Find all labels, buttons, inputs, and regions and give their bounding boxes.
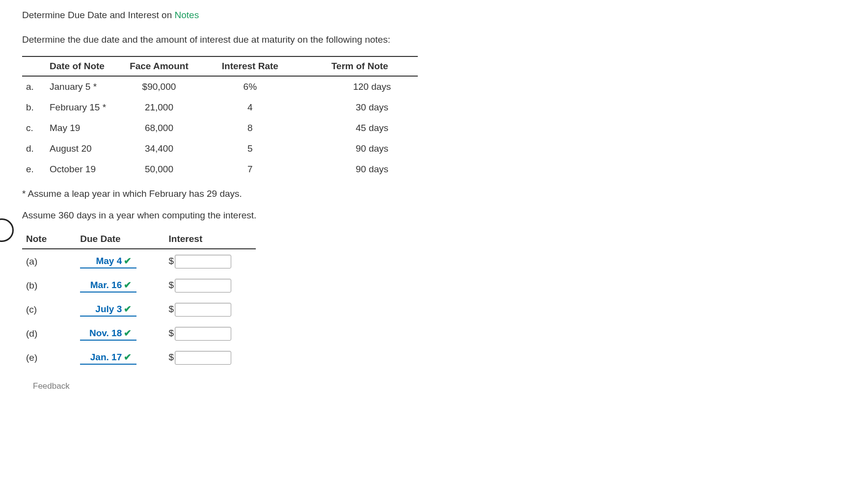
due-date-cell: Mar. 16✔ [76,273,164,297]
table-row: b. February 15 * 21,000 4 30 days [22,97,418,118]
due-date-cell: July 3✔ [76,297,164,321]
note-label: (e) [22,346,76,370]
due-date-answer[interactable]: Nov. 18✔ [80,326,136,341]
row-letter: b. [22,97,46,118]
dollar-sign: $ [169,256,174,266]
assumption-text: Assume 360 days in a year when computing… [22,210,846,221]
interest-input[interactable] [175,327,231,341]
table-header-row: Date of Note Face Amount Interest Rate T… [22,56,418,76]
row-date: May 19 [46,118,126,138]
row-face: 68,000 [126,118,218,138]
answer-row: (a) May 4✔ $ [22,249,256,273]
row-term: 90 days [327,138,418,159]
check-icon: ✔ [124,304,132,314]
interest-cell: $ [165,321,256,346]
interest-cell: $ [165,346,256,370]
row-letter: e. [22,159,46,180]
answer-row: (b) Mar. 16✔ $ [22,273,256,297]
header-face: Face Amount [126,56,218,76]
row-term: 90 days [327,159,418,180]
header-rate: Interest Rate [218,56,327,76]
note-label: (b) [22,273,76,297]
row-letter: a. [22,76,46,97]
row-face: 21,000 [126,97,218,118]
note-label: (d) [22,321,76,346]
due-date-answer[interactable]: Jan. 17✔ [80,350,136,365]
check-icon: ✔ [124,280,132,290]
table-row: a. January 5 * $90,000 6% 120 days [22,76,418,97]
instruction-text: Determine the due date and the amount of… [22,34,846,45]
table-row: e. October 19 50,000 7 90 days [22,159,418,180]
footnote-text: * Assume a leap year in which February h… [22,188,846,199]
row-term: 120 days [327,76,418,97]
table-row: c. May 19 68,000 8 45 days [22,118,418,138]
table-row: d. August 20 34,400 5 90 days [22,138,418,159]
row-date: January 5 * [46,76,126,97]
row-letter: c. [22,118,46,138]
notes-link[interactable]: Notes [175,10,199,20]
check-icon: ✔ [124,352,132,362]
row-face: $90,000 [126,76,218,97]
row-rate: 4 [218,97,327,118]
interest-cell: $ [165,273,256,297]
decorative-circle [0,218,14,242]
interest-input[interactable] [175,279,231,293]
note-label: (a) [22,249,76,273]
check-icon: ✔ [124,328,132,338]
dollar-sign: $ [169,304,174,314]
row-face: 50,000 [126,159,218,180]
due-date-cell: Jan. 17✔ [76,346,164,370]
answer-row: (e) Jan. 17✔ $ [22,346,256,370]
row-rate: 8 [218,118,327,138]
answer-header-row: Note Due Date Interest [22,230,256,249]
row-term: 30 days [327,97,418,118]
interest-cell: $ [165,297,256,321]
note-label: (c) [22,297,76,321]
header-due: Due Date [76,230,164,249]
header-interest: Interest [165,230,256,249]
interest-input[interactable] [175,351,231,365]
row-letter: d. [22,138,46,159]
title-text: Determine Due Date and Interest on [22,10,175,20]
row-term: 45 days [327,118,418,138]
due-date-answer[interactable]: Mar. 16✔ [80,278,136,293]
feedback-label[interactable]: Feedback [33,381,846,391]
header-note: Note [22,230,76,249]
header-date: Date of Note [46,56,126,76]
header-term: Term of Note [327,56,418,76]
page-title: Determine Due Date and Interest on Notes [22,10,846,21]
row-date: February 15 * [46,97,126,118]
row-rate: 6% [218,76,327,97]
due-date-cell: May 4✔ [76,249,164,273]
notes-data-table: Date of Note Face Amount Interest Rate T… [22,56,418,180]
dollar-sign: $ [169,280,174,290]
due-date-answer[interactable]: May 4✔ [80,254,136,268]
row-rate: 7 [218,159,327,180]
answer-row: (c) July 3✔ $ [22,297,256,321]
interest-input[interactable] [175,255,231,268]
check-icon: ✔ [124,256,132,266]
row-rate: 5 [218,138,327,159]
dollar-sign: $ [169,352,174,362]
answer-table: Note Due Date Interest (a) May 4✔ $ (b) … [22,230,256,370]
row-date: August 20 [46,138,126,159]
row-face: 34,400 [126,138,218,159]
interest-cell: $ [165,249,256,273]
dollar-sign: $ [169,328,174,338]
answer-row: (d) Nov. 18✔ $ [22,321,256,346]
due-date-cell: Nov. 18✔ [76,321,164,346]
due-date-answer[interactable]: July 3✔ [80,302,136,317]
interest-input[interactable] [175,303,231,317]
row-date: October 19 [46,159,126,180]
header-blank [22,56,46,76]
